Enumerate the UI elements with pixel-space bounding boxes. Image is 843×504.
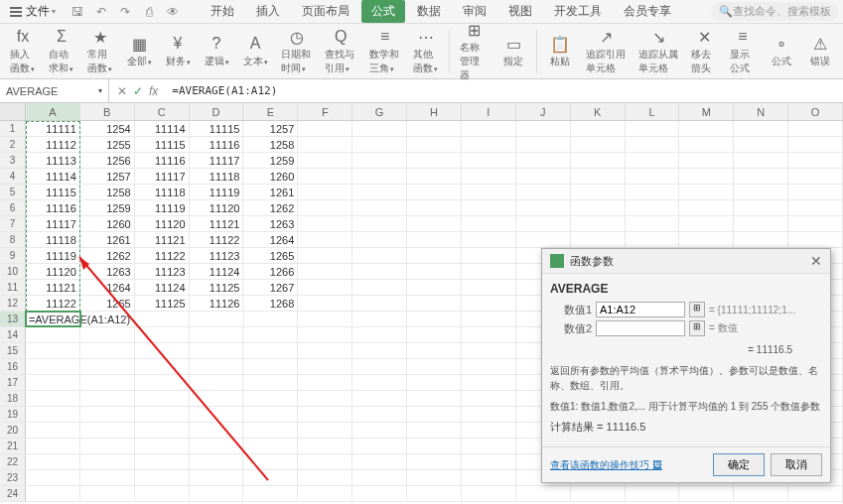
cell[interactable]: 1266 bbox=[243, 264, 298, 279]
cell[interactable] bbox=[407, 407, 462, 422]
cell[interactable] bbox=[298, 280, 352, 295]
cell[interactable] bbox=[352, 296, 407, 311]
cell[interactable] bbox=[352, 470, 407, 485]
cell[interactable] bbox=[788, 185, 843, 199]
cell[interactable] bbox=[626, 216, 680, 231]
col-header-C[interactable]: C bbox=[135, 103, 190, 120]
cell[interactable] bbox=[516, 486, 571, 501]
cell[interactable] bbox=[80, 423, 135, 438]
save-icon[interactable]: 🖫 bbox=[70, 4, 85, 20]
col-header-H[interactable]: H bbox=[407, 103, 462, 120]
row-header-13[interactable]: 13 bbox=[0, 312, 26, 326]
cell[interactable]: 11116 bbox=[26, 200, 80, 215]
cell[interactable]: 1262 bbox=[80, 248, 135, 263]
cell[interactable] bbox=[462, 391, 516, 406]
cell[interactable] bbox=[352, 486, 407, 501]
cell[interactable] bbox=[190, 312, 244, 326]
cell[interactable] bbox=[571, 121, 626, 136]
range-picker-icon[interactable]: ⊞ bbox=[689, 302, 705, 317]
cell[interactable] bbox=[26, 391, 80, 406]
cell[interactable] bbox=[352, 232, 407, 247]
cell[interactable] bbox=[135, 375, 190, 390]
cell[interactable] bbox=[626, 137, 680, 152]
cell[interactable] bbox=[516, 185, 571, 199]
cell[interactable] bbox=[734, 169, 788, 184]
cell[interactable] bbox=[243, 454, 298, 469]
cell[interactable] bbox=[407, 121, 462, 136]
ribbon-追踪从属单元格[interactable]: ↘追踪从属单元格 bbox=[632, 25, 684, 77]
cell[interactable]: 1263 bbox=[243, 216, 298, 231]
col-header-I[interactable]: I bbox=[462, 103, 516, 120]
cell[interactable]: 11117 bbox=[190, 153, 244, 168]
cell[interactable]: 1263 bbox=[80, 264, 135, 279]
cell[interactable] bbox=[788, 153, 843, 168]
cell[interactable] bbox=[298, 185, 352, 199]
cell[interactable]: 1267 bbox=[243, 280, 298, 295]
fx-icon[interactable]: fx bbox=[149, 84, 158, 98]
cell[interactable] bbox=[190, 391, 244, 406]
search-box[interactable]: 🔍 查找命令、搜索模板 bbox=[711, 2, 839, 21]
cell[interactable] bbox=[352, 359, 407, 374]
row-header-16[interactable]: 16 bbox=[0, 359, 26, 374]
cell[interactable] bbox=[80, 343, 135, 358]
cell[interactable] bbox=[462, 137, 516, 152]
cell[interactable]: 1268 bbox=[243, 296, 298, 311]
cell[interactable] bbox=[298, 327, 352, 342]
cell[interactable]: 1254 bbox=[80, 121, 135, 136]
cell[interactable] bbox=[571, 169, 626, 184]
col-header-N[interactable]: N bbox=[734, 103, 788, 120]
cell[interactable] bbox=[626, 486, 680, 501]
cell[interactable] bbox=[788, 486, 843, 501]
cell[interactable] bbox=[190, 375, 244, 390]
ribbon-其他函数[interactable]: ⋯其他函数▾ bbox=[407, 25, 445, 77]
cell[interactable] bbox=[516, 137, 571, 152]
ribbon-查找与引用[interactable]: Q查找与引用▾ bbox=[319, 25, 361, 77]
cell[interactable] bbox=[679, 200, 734, 215]
cell[interactable] bbox=[462, 121, 516, 136]
cell[interactable] bbox=[462, 280, 516, 295]
cell[interactable]: 11118 bbox=[26, 232, 80, 247]
cell[interactable] bbox=[298, 391, 352, 406]
cell[interactable] bbox=[135, 454, 190, 469]
tab-会员专享[interactable]: 会员专享 bbox=[614, 0, 681, 23]
cell[interactable] bbox=[243, 327, 298, 342]
cell[interactable] bbox=[135, 343, 190, 358]
cell[interactable] bbox=[462, 312, 516, 326]
cell[interactable] bbox=[462, 454, 516, 469]
cell[interactable]: 11123 bbox=[135, 264, 190, 279]
cell[interactable] bbox=[298, 359, 352, 374]
cell[interactable] bbox=[26, 327, 80, 342]
cell[interactable] bbox=[352, 121, 407, 136]
cell[interactable] bbox=[135, 470, 190, 485]
row-header-18[interactable]: 18 bbox=[0, 391, 26, 406]
cell[interactable] bbox=[352, 327, 407, 342]
row-header-8[interactable]: 8 bbox=[0, 232, 26, 247]
cell[interactable] bbox=[626, 185, 680, 199]
dialog-titlebar[interactable]: 函数参数 ✕ bbox=[542, 249, 830, 274]
cell[interactable] bbox=[516, 232, 571, 247]
cell[interactable]: 11116 bbox=[190, 137, 244, 152]
ribbon-全部[interactable]: ▦全部▾ bbox=[120, 32, 158, 70]
cell[interactable]: 11118 bbox=[135, 185, 190, 199]
col-header-O[interactable]: O bbox=[788, 103, 843, 120]
cell[interactable] bbox=[407, 470, 462, 485]
redo-icon[interactable]: ↷ bbox=[117, 4, 133, 20]
cell[interactable] bbox=[571, 137, 626, 152]
col-header-B[interactable]: B bbox=[80, 103, 135, 120]
cell[interactable] bbox=[788, 169, 843, 184]
cell[interactable] bbox=[80, 359, 135, 374]
cell[interactable]: 1260 bbox=[80, 216, 135, 231]
cell[interactable] bbox=[135, 327, 190, 342]
cell[interactable]: 1257 bbox=[80, 169, 135, 184]
cell[interactable] bbox=[462, 264, 516, 279]
tab-公式[interactable]: 公式 bbox=[361, 0, 405, 23]
enter-icon[interactable]: ✓ bbox=[133, 84, 143, 98]
ok-button[interactable]: 确定 bbox=[713, 453, 765, 476]
cell[interactable] bbox=[352, 454, 407, 469]
cell[interactable] bbox=[407, 185, 462, 199]
cell[interactable] bbox=[80, 486, 135, 501]
ribbon-逻辑[interactable]: ?逻辑▾ bbox=[198, 32, 235, 70]
cell[interactable] bbox=[626, 169, 680, 184]
cell[interactable]: 1255 bbox=[80, 137, 135, 152]
cell[interactable] bbox=[407, 153, 462, 168]
